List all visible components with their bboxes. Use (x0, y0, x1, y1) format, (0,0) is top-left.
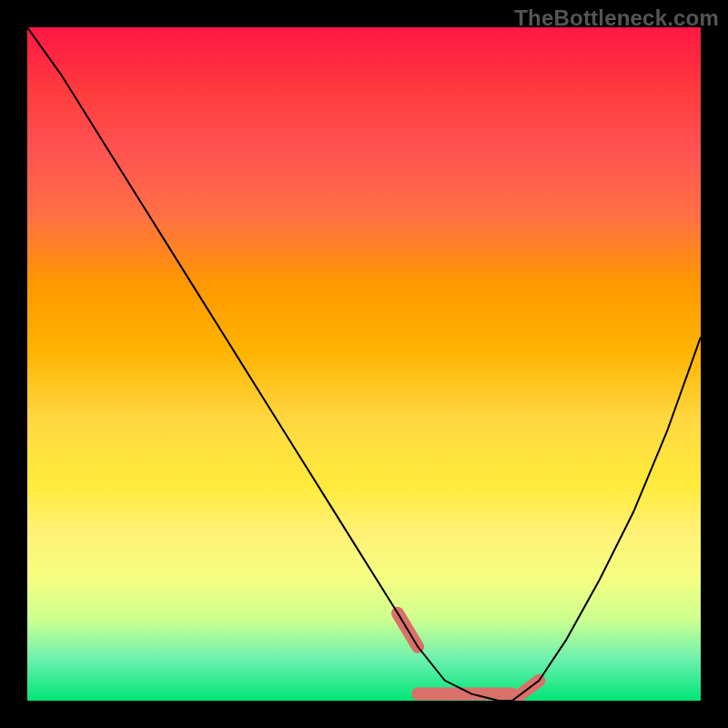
bottleneck-curve (27, 27, 701, 701)
curve-overlay (27, 27, 701, 701)
plot-area (27, 27, 701, 701)
chart-container: TheBottleneck.com (0, 0, 728, 728)
